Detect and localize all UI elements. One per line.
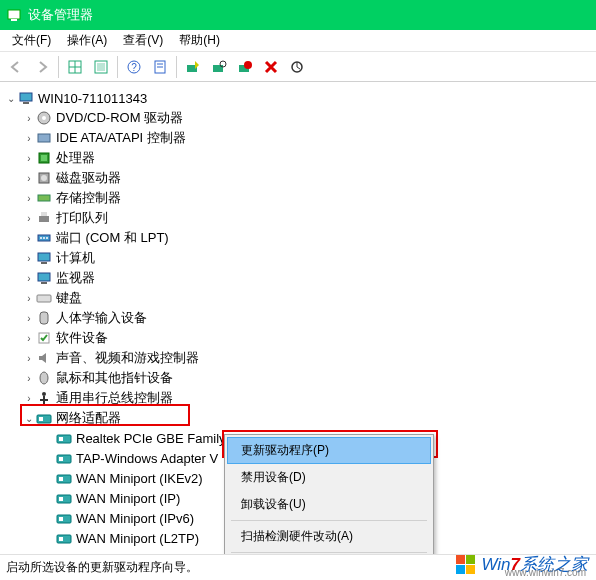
tree-node-label: 声音、视频和游戏控制器 xyxy=(56,349,199,367)
storage-icon xyxy=(36,190,52,206)
svg-rect-28 xyxy=(39,216,49,222)
chevron-right-icon[interactable]: › xyxy=(22,253,36,264)
monitor-icon xyxy=(36,270,52,286)
window-title: 设备管理器 xyxy=(28,6,93,24)
disk-icon xyxy=(36,170,52,186)
delete-button[interactable] xyxy=(259,55,283,79)
tree-leaf-label: WAN Miniport (IP) xyxy=(76,491,180,506)
tree-leaf-label: WAN Miniport (IPv6) xyxy=(76,511,194,526)
menu-action[interactable]: 操作(A) xyxy=(59,30,115,51)
svg-rect-52 xyxy=(59,477,63,481)
ctx-disable[interactable]: 禁用设备(D) xyxy=(227,464,431,491)
tree-node-label: 计算机 xyxy=(56,249,95,267)
update-driver-button[interactable] xyxy=(181,55,205,79)
chevron-down-icon[interactable]: ⌄ xyxy=(4,93,18,104)
separator xyxy=(58,56,59,78)
network-adapter-icon xyxy=(56,510,72,526)
tree-node-label: DVD/CD-ROM 驱动器 xyxy=(56,109,183,127)
tree-node[interactable]: ›键盘 xyxy=(4,288,592,308)
ctx-update-driver[interactable]: 更新驱动程序(P) xyxy=(227,437,431,464)
svg-rect-0 xyxy=(8,10,20,19)
properties-button[interactable] xyxy=(148,55,172,79)
disc-icon xyxy=(36,110,52,126)
svg-rect-6 xyxy=(97,63,105,71)
svg-rect-1 xyxy=(11,19,17,21)
menu-bar: 文件(F) 操作(A) 查看(V) 帮助(H) xyxy=(0,30,596,52)
menu-help[interactable]: 帮助(H) xyxy=(171,30,228,51)
svg-point-32 xyxy=(43,237,45,239)
tree-node[interactable]: ›处理器 xyxy=(4,148,592,168)
tree-node-label: 端口 (COM 和 LPT) xyxy=(56,229,169,247)
svg-rect-22 xyxy=(38,134,50,142)
printer-icon xyxy=(36,210,52,226)
tree-node-network[interactable]: ⌄ 网络适配器 xyxy=(4,408,592,428)
chevron-right-icon[interactable]: › xyxy=(22,313,36,324)
tree-node-label: 磁盘驱动器 xyxy=(56,169,121,187)
svg-point-42 xyxy=(42,392,46,396)
help-button[interactable]: ? xyxy=(122,55,146,79)
chevron-down-icon[interactable]: ⌄ xyxy=(22,413,36,424)
chevron-right-icon[interactable]: › xyxy=(22,333,36,344)
svg-rect-54 xyxy=(59,497,63,501)
tree-node[interactable]: ›存储控制器 xyxy=(4,188,592,208)
tree-node-label: 打印队列 xyxy=(56,209,108,227)
chevron-right-icon[interactable]: › xyxy=(22,293,36,304)
svg-point-31 xyxy=(40,237,42,239)
mouse-icon xyxy=(36,370,52,386)
tree-leaf-label: TAP-Windows Adapter V xyxy=(76,451,218,466)
tree-node-label: 通用串行总线控制器 xyxy=(56,389,173,407)
network-adapter-icon xyxy=(56,430,72,446)
tree-node[interactable]: ›人体学输入设备 xyxy=(4,308,592,328)
chevron-right-icon[interactable]: › xyxy=(22,113,36,124)
chevron-right-icon[interactable]: › xyxy=(22,353,36,364)
chevron-right-icon[interactable]: › xyxy=(22,373,36,384)
svg-point-21 xyxy=(42,116,46,120)
svg-rect-48 xyxy=(59,437,63,441)
chevron-right-icon[interactable]: › xyxy=(22,393,36,404)
chevron-right-icon[interactable]: › xyxy=(22,133,36,144)
tree-node[interactable]: ›打印队列 xyxy=(4,208,592,228)
ctx-uninstall[interactable]: 卸载设备(U) xyxy=(227,491,431,518)
chevron-right-icon[interactable]: › xyxy=(22,153,36,164)
tree-node[interactable]: ›磁盘驱动器 xyxy=(4,168,592,188)
chevron-right-icon[interactable]: › xyxy=(22,273,36,284)
scan-button[interactable] xyxy=(207,55,231,79)
svg-rect-62 xyxy=(466,565,475,574)
port-icon xyxy=(36,230,52,246)
ctx-scan[interactable]: 扫描检测硬件改动(A) xyxy=(227,523,431,550)
uninstall-button[interactable] xyxy=(233,55,257,79)
svg-rect-18 xyxy=(20,93,32,101)
app-icon xyxy=(6,7,22,23)
tree-node[interactable]: ›通用串行总线控制器 xyxy=(4,388,592,408)
chevron-right-icon[interactable]: › xyxy=(22,173,36,184)
back-button[interactable] xyxy=(4,55,28,79)
svg-rect-39 xyxy=(40,312,48,324)
hid-icon xyxy=(36,310,52,326)
view-options-button[interactable] xyxy=(63,55,87,79)
svg-rect-58 xyxy=(59,537,63,541)
svg-point-41 xyxy=(40,372,48,384)
chevron-right-icon[interactable]: › xyxy=(22,213,36,224)
tree-node[interactable]: ›声音、视频和游戏控制器 xyxy=(4,348,592,368)
svg-rect-34 xyxy=(38,253,50,261)
chevron-right-icon[interactable]: › xyxy=(22,233,36,244)
svg-rect-60 xyxy=(466,555,475,564)
status-text: 启动所选设备的更新驱动程序向导。 xyxy=(6,559,198,576)
show-hidden-button[interactable] xyxy=(89,55,113,79)
refresh-button[interactable] xyxy=(285,55,309,79)
forward-button[interactable] xyxy=(30,55,54,79)
tree-node[interactable]: ›计算机 xyxy=(4,248,592,268)
tree-node[interactable]: ›端口 (COM 和 LPT) xyxy=(4,228,592,248)
chevron-right-icon[interactable]: › xyxy=(22,193,36,204)
tree-node[interactable]: ›鼠标和其他指针设备 xyxy=(4,368,592,388)
tree-node-label: 监视器 xyxy=(56,269,95,287)
tree-node[interactable]: ›IDE ATA/ATAPI 控制器 xyxy=(4,128,592,148)
toolbar: ? xyxy=(0,52,596,82)
tree-node[interactable]: ›监视器 xyxy=(4,268,592,288)
menu-view[interactable]: 查看(V) xyxy=(115,30,171,51)
tree-node[interactable]: ›软件设备 xyxy=(4,328,592,348)
tree-root[interactable]: ⌄ WIN10-711011343 xyxy=(4,88,592,108)
menu-file[interactable]: 文件(F) xyxy=(4,30,59,51)
tree-node[interactable]: ›DVD/CD-ROM 驱动器 xyxy=(4,108,592,128)
watermark-url: www.winwin7.com xyxy=(505,567,586,578)
